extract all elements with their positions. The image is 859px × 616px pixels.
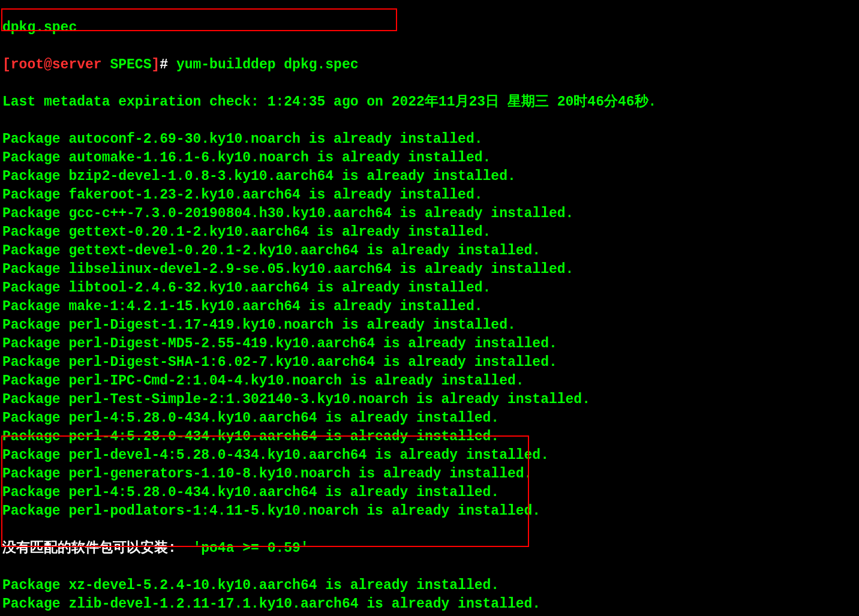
prompt-bracket: ] xyxy=(151,57,160,73)
no-match-line: 没有匹配的软件包可以安装: 'po4a >= 0.59' xyxy=(2,539,857,558)
package-line: Package perl-Digest-1.17-419.ky10.noarch… xyxy=(2,316,857,335)
package-line: Package gettext-0.20.1-2.ky10.aarch64 is… xyxy=(2,223,857,242)
no-match-value: 'po4a >= 0.59' xyxy=(193,540,308,556)
command-text: yum-builddep dpkg.spec xyxy=(176,57,359,73)
package-line: Package gcc-c++-7.3.0-20190804.h30.ky10.… xyxy=(2,205,857,223)
package-line: Package perl-4:5.28.0-434.ky10.aarch64 i… xyxy=(2,428,857,446)
package-line: Package libselinux-devel-2.9-se.05.ky10.… xyxy=(2,260,857,279)
package-line: Package xz-devel-5.2.4-10.ky10.aarch64 i… xyxy=(2,576,857,595)
terminal-output[interactable]: dpkg.spec [root@server SPECS]# yum-build… xyxy=(0,0,859,616)
package-line: Package perl-devel-4:5.28.0-434.ky10.aar… xyxy=(2,446,857,465)
package-line: Package perl-IPC-Cmd-2:1.04-4.ky10.noarc… xyxy=(2,372,857,390)
package-line: Package fakeroot-1.23-2.ky10.aarch64 is … xyxy=(2,186,857,205)
no-match-prefix: 没有匹配的软件包可以安装: xyxy=(2,540,193,556)
package-line: Package gettext-devel-0.20.1-2.ky10.aarc… xyxy=(2,242,857,260)
package-line: Package perl-generators-1.10-8.ky10.noar… xyxy=(2,465,857,483)
package-line: Package perl-4:5.28.0-434.ky10.aarch64 i… xyxy=(2,483,857,502)
prompt-path: SPECS xyxy=(110,57,151,73)
package-line: Package perl-Test-Simple-2:1.302140-3.ky… xyxy=(2,390,857,409)
package-line: Package zlib-devel-1.2.11-17.1.ky10.aarc… xyxy=(2,595,857,614)
partial-top-line: dpkg.spec xyxy=(2,19,857,37)
package-line: Package autoconf-2.69-30.ky10.noarch is … xyxy=(2,130,857,149)
package-line: Package bzip2-devel-1.0.8-3.ky10.aarch64… xyxy=(2,167,857,186)
prompt-hash: # xyxy=(160,57,176,73)
package-line: Package perl-podlators-1:4.11-5.ky10.noa… xyxy=(2,502,857,521)
package-line: Package perl-4:5.28.0-434.ky10.aarch64 i… xyxy=(2,409,857,428)
package-line: Package perl-Digest-MD5-2.55-419.ky10.aa… xyxy=(2,335,857,353)
package-line: Package automake-1.16.1-6.ky10.noarch is… xyxy=(2,149,857,167)
package-line: Package perl-Digest-SHA-1:6.02-7.ky10.aa… xyxy=(2,353,857,372)
package-line: Package libtool-2.4.6-32.ky10.aarch64 is… xyxy=(2,279,857,298)
prompt-line-1: [root@server SPECS]# yum-builddep dpkg.s… xyxy=(2,56,857,74)
prompt-user: [root@server xyxy=(2,57,110,73)
metadata-line: Last metadata expiration check: 1:24:35 … xyxy=(2,93,857,112)
package-line: Package make-1:4.2.1-15.ky10.aarch64 is … xyxy=(2,298,857,316)
